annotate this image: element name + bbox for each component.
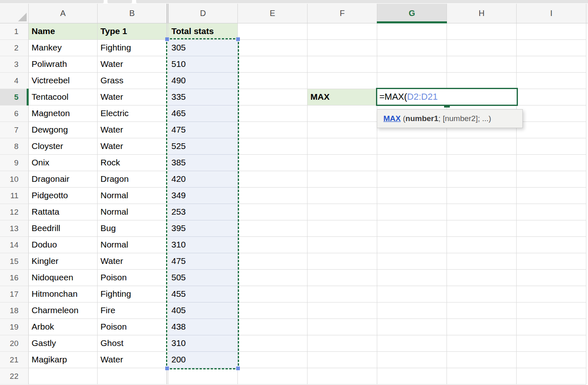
cell-D12[interactable]: 253 xyxy=(169,204,238,220)
cell-H18[interactable] xyxy=(447,302,517,319)
row-header-12[interactable]: 12 xyxy=(0,204,29,220)
cell-I11[interactable] xyxy=(517,188,586,204)
cell-E18[interactable] xyxy=(238,302,308,319)
cell-G14[interactable] xyxy=(377,237,447,253)
cell-I10[interactable] xyxy=(517,171,586,188)
cell-A13[interactable]: Beedrill xyxy=(29,220,98,237)
cell-B7[interactable]: Water xyxy=(98,122,167,138)
cell-E22[interactable] xyxy=(238,368,308,385)
row-header-21[interactable]: 21 xyxy=(0,352,29,368)
cell-H9[interactable] xyxy=(447,155,517,171)
row-header-4[interactable]: 4 xyxy=(0,73,29,89)
cell-D6[interactable]: 465 xyxy=(169,105,238,122)
cell-B6[interactable]: Electric xyxy=(98,105,167,122)
cell-G16[interactable] xyxy=(377,270,447,286)
cell-B9[interactable]: Rock xyxy=(98,155,167,171)
cell-G19[interactable] xyxy=(377,319,447,335)
cell-F16[interactable] xyxy=(308,270,377,286)
cell-H14[interactable] xyxy=(447,237,517,253)
cell-I2[interactable] xyxy=(517,40,586,56)
cell-E13[interactable] xyxy=(238,220,308,237)
cell-D9[interactable]: 385 xyxy=(169,155,238,171)
cell-H1[interactable] xyxy=(447,23,517,40)
cell-A21[interactable]: Magikarp xyxy=(29,352,98,368)
cell-B15[interactable]: Water xyxy=(98,253,167,270)
cell-G3[interactable] xyxy=(377,56,447,73)
row-header-16[interactable]: 16 xyxy=(0,270,29,286)
cell-G21[interactable] xyxy=(377,352,447,368)
row-header-10[interactable]: 10 xyxy=(0,171,29,188)
cell-G1[interactable] xyxy=(377,23,447,40)
cell-E20[interactable] xyxy=(238,335,308,352)
cell-G12[interactable] xyxy=(377,204,447,220)
cell-F4[interactable] xyxy=(308,73,377,89)
cell-D14[interactable]: 310 xyxy=(169,237,238,253)
cell-E5[interactable] xyxy=(238,89,308,105)
cell-E1[interactable] xyxy=(238,23,308,40)
cell-F8[interactable] xyxy=(308,138,377,155)
cell-G8[interactable] xyxy=(377,138,447,155)
cell-F2[interactable] xyxy=(308,40,377,56)
row-header-7[interactable]: 7 xyxy=(0,122,29,138)
cell-A19[interactable]: Arbok xyxy=(29,319,98,335)
column-header-G[interactable]: G xyxy=(377,4,447,23)
cell-G9[interactable] xyxy=(377,155,447,171)
cell-A8[interactable]: Cloyster xyxy=(29,138,98,155)
cell-I3[interactable] xyxy=(517,56,586,73)
cell-F10[interactable] xyxy=(308,171,377,188)
cell-A17[interactable]: Hitmonchan xyxy=(29,286,98,302)
cell-D11[interactable]: 349 xyxy=(169,188,238,204)
cell-I12[interactable] xyxy=(517,204,586,220)
cell-E19[interactable] xyxy=(238,319,308,335)
cell-H12[interactable] xyxy=(447,204,517,220)
cell-H22[interactable] xyxy=(447,368,517,385)
cell-E16[interactable] xyxy=(238,270,308,286)
cell-G18[interactable] xyxy=(377,302,447,319)
cell-F7[interactable] xyxy=(308,122,377,138)
row-header-8[interactable]: 8 xyxy=(0,138,29,155)
row-header-20[interactable]: 20 xyxy=(0,335,29,352)
cell-G20[interactable] xyxy=(377,335,447,352)
cell-I4[interactable] xyxy=(517,73,586,89)
cell-H13[interactable] xyxy=(447,220,517,237)
cell-I6[interactable] xyxy=(517,105,586,122)
cell-F3[interactable] xyxy=(308,56,377,73)
cell-H21[interactable] xyxy=(447,352,517,368)
active-cell-editor[interactable]: =MAX(D2:D21 xyxy=(376,88,518,106)
cell-A22[interactable] xyxy=(29,368,98,385)
cell-E3[interactable] xyxy=(238,56,308,73)
cell-B1[interactable]: Type 1 xyxy=(98,23,167,40)
cell-H11[interactable] xyxy=(447,188,517,204)
cell-F11[interactable] xyxy=(308,188,377,204)
cell-G10[interactable] xyxy=(377,171,447,188)
cell-A9[interactable]: Onix xyxy=(29,155,98,171)
cell-B3[interactable]: Water xyxy=(98,56,167,73)
column-header-H[interactable]: H xyxy=(447,4,517,23)
cell-E6[interactable] xyxy=(238,105,308,122)
row-header-15[interactable]: 15 xyxy=(0,253,29,270)
cell-D1[interactable]: Total stats xyxy=(169,23,238,40)
column-header-D[interactable]: D xyxy=(169,4,238,23)
cell-H20[interactable] xyxy=(447,335,517,352)
cell-F19[interactable] xyxy=(308,319,377,335)
row-header-3[interactable]: 3 xyxy=(0,56,29,73)
cell-D21[interactable]: 200 xyxy=(169,352,238,368)
cell-E7[interactable] xyxy=(238,122,308,138)
cell-F9[interactable] xyxy=(308,155,377,171)
cell-B12[interactable]: Normal xyxy=(98,204,167,220)
cell-I7[interactable] xyxy=(517,122,586,138)
cell-I13[interactable] xyxy=(517,220,586,237)
cell-F1[interactable] xyxy=(308,23,377,40)
cell-B5[interactable]: Water xyxy=(98,89,167,105)
column-header-A[interactable]: A xyxy=(29,4,98,23)
cell-D19[interactable]: 438 xyxy=(169,319,238,335)
cell-F6[interactable] xyxy=(308,105,377,122)
cell-E9[interactable] xyxy=(238,155,308,171)
cell-A15[interactable]: Kingler xyxy=(29,253,98,270)
cell-A11[interactable]: Pidgeotto xyxy=(29,188,98,204)
cell-F21[interactable] xyxy=(308,352,377,368)
cell-D7[interactable]: 475 xyxy=(169,122,238,138)
cell-E14[interactable] xyxy=(238,237,308,253)
cell-G15[interactable] xyxy=(377,253,447,270)
cell-I19[interactable] xyxy=(517,319,586,335)
